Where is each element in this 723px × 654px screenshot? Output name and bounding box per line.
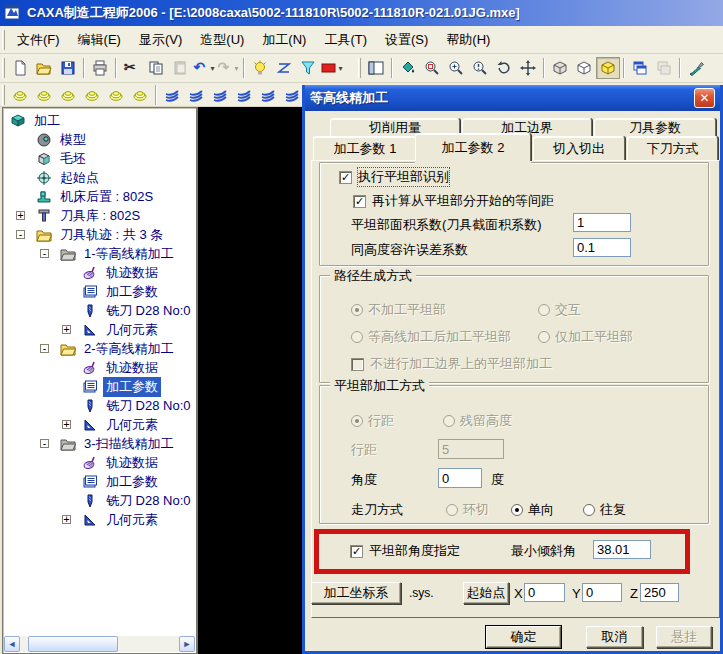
copy-button[interactable] — [144, 57, 168, 79]
machining-op-8-button[interactable] — [184, 84, 208, 106]
machining-coordsys-button[interactable]: 加工坐标系 — [311, 582, 401, 604]
tab-machining-params-2[interactable]: 加工参数 2 — [415, 133, 531, 161]
view-cube-shaded-button[interactable] — [548, 57, 572, 79]
machining-op-10-button[interactable] — [232, 84, 256, 106]
filter-button[interactable] — [296, 57, 320, 79]
scroll-left-arrow[interactable]: ◄ — [4, 636, 20, 652]
tree-item-6[interactable]: -刀具轨迹 : 共 3 条 — [4, 225, 195, 244]
tree-item-2[interactable]: 毛坯 — [4, 149, 195, 168]
expand-toggle[interactable]: + — [62, 515, 71, 524]
cut-button[interactable]: ✂ — [120, 57, 144, 79]
one-way-radio[interactable] — [511, 504, 523, 516]
machining-op-5-button[interactable] — [104, 84, 128, 106]
menu-item-1[interactable]: 编辑(E) — [69, 27, 130, 53]
interactive-radio[interactable] — [538, 304, 550, 316]
expand-toggle[interactable]: - — [16, 230, 25, 239]
menu-item-3[interactable]: 造型(U) — [191, 27, 253, 53]
tree-item-4[interactable]: 机床后置 : 802S — [4, 187, 195, 206]
residual-height-radio[interactable] — [443, 415, 455, 427]
ring-cut-radio[interactable] — [446, 504, 458, 516]
toolbar-grip[interactable] — [2, 85, 5, 105]
render-mode-button[interactable] — [248, 57, 272, 79]
zoom-window-button[interactable] — [420, 57, 444, 79]
tree-item-13[interactable]: 轨迹数据 — [4, 358, 195, 377]
tree-item-9[interactable]: 加工参数 — [4, 282, 195, 301]
x-field[interactable] — [524, 583, 565, 602]
view-cube-active-button[interactable] — [596, 57, 620, 79]
toolbar-grip[interactable] — [2, 58, 5, 78]
print-button[interactable] — [88, 57, 112, 79]
start-point-button[interactable]: 起始点 — [463, 582, 509, 604]
flat-after-contour-radio[interactable] — [351, 331, 363, 343]
dropdown-arrow-icon[interactable]: ▾ — [234, 64, 238, 73]
color-swatch-button[interactable]: ▾ — [320, 57, 344, 79]
cancel-button[interactable]: 取消 — [586, 626, 643, 648]
row-spacing-radio[interactable] — [351, 415, 363, 427]
machining-op-4-button[interactable] — [80, 84, 104, 106]
expand-toggle[interactable]: + — [62, 325, 71, 334]
menu-item-2[interactable]: 显示(V) — [130, 27, 191, 53]
pan-view-button[interactable] — [516, 57, 540, 79]
menu-item-5[interactable]: 工具(T) — [315, 27, 376, 53]
tab-lead-in-out[interactable]: 切入切出 — [533, 136, 625, 160]
brush-button[interactable] — [684, 57, 708, 79]
tree-item-15[interactable]: 铣刀 D28 No:0 — [4, 396, 195, 415]
tree-item-1[interactable]: 模型 — [4, 130, 195, 149]
height-tolerance-field[interactable] — [573, 238, 631, 257]
ok-button[interactable]: 确定 — [486, 626, 561, 648]
tab-tool-params[interactable]: 刀具参数 — [594, 118, 716, 136]
machining-op-9-button[interactable] — [208, 84, 232, 106]
machining-op-7-button[interactable] — [160, 84, 184, 106]
tree-item-5[interactable]: +刀具库 : 802S — [4, 206, 195, 225]
wireframe-mode-button[interactable] — [272, 57, 296, 79]
tree-item-8[interactable]: 轨迹数据 — [4, 263, 195, 282]
machining-op-11-button[interactable] — [256, 84, 280, 106]
scroll-right-arrow[interactable]: ► — [179, 636, 195, 652]
tab-machining-params-1[interactable]: 加工参数 1 — [313, 136, 417, 160]
menu-grip[interactable] — [2, 30, 5, 50]
toolbar-grip[interactable] — [358, 58, 361, 78]
expand-toggle[interactable]: - — [40, 439, 49, 448]
rotate-view-button[interactable] — [492, 57, 516, 79]
save-button[interactable] — [56, 57, 80, 79]
fill-color-button[interactable] — [396, 57, 420, 79]
zoom-dynamic-button[interactable] — [468, 57, 492, 79]
redo-button[interactable]: ↷▾ — [216, 57, 240, 79]
paste-button[interactable] — [168, 57, 192, 79]
expand-toggle[interactable]: + — [62, 420, 71, 429]
tree-item-17[interactable]: -3-扫描线精加工 — [4, 434, 195, 453]
machining-op-1-button[interactable] — [8, 84, 32, 106]
machining-op-6-button[interactable] — [128, 84, 152, 106]
menu-item-6[interactable]: 设置(S) — [376, 27, 437, 53]
tree-item-10[interactable]: 铣刀 D28 No:0 — [4, 301, 195, 320]
tree-item-11[interactable]: +几何元素 — [4, 320, 195, 339]
menu-item-0[interactable]: 文件(F) — [8, 27, 69, 53]
z-field[interactable] — [640, 583, 679, 602]
tree-item-16[interactable]: +几何元素 — [4, 415, 195, 434]
tree-item-14[interactable]: 加工参数 — [4, 377, 195, 396]
tree-item-7[interactable]: -1-等高线精加工 — [4, 244, 195, 263]
dropdown-arrow-icon[interactable]: ▾ — [338, 64, 342, 73]
recalc-equal-spacing-checkbox[interactable]: ✓ — [353, 195, 366, 208]
tab-plunge-mode[interactable]: 下刀方式 — [627, 136, 718, 160]
panel-toggle-button[interactable] — [364, 57, 388, 79]
close-icon[interactable]: ✕ — [694, 88, 715, 108]
tree-item-0[interactable]: 加工 — [4, 111, 195, 130]
machining-op-12-button[interactable] — [280, 84, 304, 106]
zoom-in-button[interactable] — [444, 57, 468, 79]
suspend-button[interactable]: 悬挂 — [656, 626, 712, 648]
expand-toggle[interactable]: - — [40, 249, 49, 258]
flat-recognition-checkbox[interactable]: ✓ — [339, 171, 352, 184]
tree-item-21[interactable]: +几何元素 — [4, 510, 195, 529]
expand-toggle[interactable]: - — [40, 344, 49, 353]
open-file-button[interactable] — [32, 57, 56, 79]
area-coefficient-field[interactable] — [573, 213, 631, 232]
cascade-windows-button[interactable] — [628, 57, 652, 79]
dropdown-arrow-icon[interactable]: ▾ — [210, 64, 214, 73]
view-cube-wire-button[interactable] — [572, 57, 596, 79]
machining-op-3-button[interactable] — [56, 84, 80, 106]
flat-only-radio[interactable] — [538, 331, 550, 343]
tree-item-3[interactable]: 起始点 — [4, 168, 195, 187]
undo-button[interactable]: ↶▾ — [192, 57, 216, 79]
tree-item-18[interactable]: 轨迹数据 — [4, 453, 195, 472]
